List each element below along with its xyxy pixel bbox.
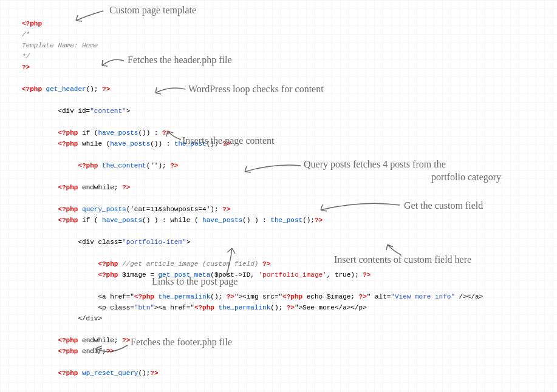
code-diagram: Custom page template Fetches the header.… [0, 0, 557, 392]
arrow-icon [67, 6, 109, 24]
annotation-footer: Fetches the footer.php file [131, 336, 232, 349]
annotation-query-posts-a: Query posts fetches 4 posts from the [304, 158, 446, 171]
arrow-icon [219, 246, 243, 279]
arrow-icon [316, 198, 404, 216]
annotation-get-header: Fetches the header.php file [128, 54, 232, 67]
annotation-custom-template: Custom page template [109, 4, 196, 17]
arrow-icon [164, 129, 185, 144]
annotation-the-content: Inserts the page content [182, 135, 275, 147]
annotation-custom-field: Get the custom field [404, 200, 483, 212]
arrow-icon [91, 341, 134, 359]
arrow-icon [97, 55, 128, 70]
annotation-query-posts-b: portfolio category [431, 171, 501, 184]
arrow-icon [240, 161, 307, 176]
annotation-wp-loop: WordPress loop checks for content [188, 83, 324, 96]
arrow-icon [152, 82, 188, 97]
arrow-icon [383, 243, 407, 258]
